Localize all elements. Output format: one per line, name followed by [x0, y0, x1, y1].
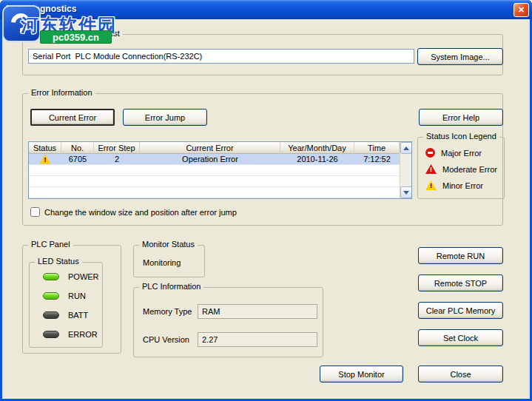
batt-led-icon — [43, 311, 59, 319]
power-led-icon — [43, 273, 59, 280]
row-no-cell: 6705 — [61, 154, 94, 164]
table-row-empty — [29, 176, 400, 187]
legend-major-label: Major Error — [441, 149, 482, 158]
resize-checkbox-row[interactable]: Change the window size and position afte… — [30, 207, 237, 217]
header-current-error[interactable]: Current Error — [140, 142, 280, 154]
led-row-power: POWER — [43, 272, 99, 281]
error-table: Status No. Error Step Current Error Year… — [28, 141, 412, 199]
plc-panel-group: PLC Panel LED Status POWER RUN BATT ERRO… — [22, 245, 121, 354]
row-status-cell — [29, 154, 61, 164]
monitor-status-group: Monitor Status Monitoring — [133, 245, 205, 277]
system-image-button[interactable]: System Image... — [417, 48, 503, 65]
table-row-empty — [29, 198, 400, 199]
led-status-group-label: LED Status — [35, 257, 82, 266]
connection-channel-group: Connection Channel List Serial Port PLC … — [22, 34, 503, 75]
table-scrollbar[interactable] — [400, 142, 411, 198]
monitor-status-value: Monitoring — [143, 258, 181, 267]
stop-monitor-button[interactable]: Stop Monitor — [320, 365, 403, 383]
error-information-group-label: Error Information — [28, 88, 95, 97]
header-no[interactable]: No. — [61, 142, 94, 154]
table-row-empty — [29, 187, 400, 198]
batt-led-label: BATT — [68, 311, 88, 320]
plc-information-group: PLC Information Memory Type RAM CPU Vers… — [133, 287, 323, 357]
header-date[interactable]: Year/Month/Day — [280, 142, 354, 154]
run-led-label: RUN — [68, 292, 86, 300]
header-error-step[interactable]: Error Step — [94, 142, 140, 154]
plc-diagnostics-window: PLC Diagnostics ✕ Connection Channel Lis… — [0, 0, 532, 401]
remote-stop-button[interactable]: Remote STOP — [418, 274, 503, 292]
minor-warning-icon — [40, 155, 51, 164]
row-current-error-cell: Operation Error — [140, 154, 280, 164]
monitor-status-group-label: Monitor Status — [139, 240, 198, 249]
memory-type-label: Memory Type — [143, 307, 192, 316]
remote-run-button[interactable]: Remote RUN — [418, 247, 503, 264]
legend-item-minor: Minor Error — [425, 181, 483, 190]
table-row[interactable]: 6705 2 Operation Error 2010-11-26 7:12:5… — [29, 154, 400, 165]
connection-channel-field[interactable]: Serial Port PLC Module Connection(RS-232… — [28, 49, 414, 64]
header-status[interactable]: Status — [29, 142, 61, 154]
legend-minor-label: Minor Error — [442, 181, 483, 190]
memory-type-value: RAM — [198, 304, 317, 319]
row-time-cell: 7:12:52 — [354, 154, 400, 164]
legend-item-major: Major Error — [425, 148, 482, 158]
cpu-version-label: CPU Version — [143, 335, 189, 344]
row-error-step-cell: 2 — [94, 154, 140, 164]
minor-error-icon — [425, 181, 437, 190]
error-led-label: ERROR — [68, 330, 98, 339]
status-icon-legend-label: Status Icon Legend — [423, 132, 499, 141]
row-date-cell: 2010-11-26 — [280, 154, 354, 164]
table-row-empty — [29, 165, 400, 176]
arrow-up-icon — [403, 146, 409, 150]
arrow-down-icon — [403, 191, 409, 195]
power-led-label: POWER — [68, 272, 99, 281]
close-dialog-button[interactable]: Close — [418, 365, 503, 383]
header-time[interactable]: Time — [354, 142, 400, 154]
resize-checkbox-label: Change the window size and position afte… — [44, 208, 237, 217]
legend-item-moderate: Moderate Error — [425, 164, 497, 174]
close-button[interactable]: ✕ — [514, 3, 529, 17]
status-icon-legend-group: Status Icon Legend Major Error Moderate … — [417, 137, 505, 199]
clear-plc-memory-button[interactable]: Clear PLC Memory — [418, 302, 503, 319]
led-status-group: LED Status POWER RUN BATT ERROR — [29, 262, 103, 348]
window-title: PLC Diagnostics — [6, 0, 76, 18]
plc-panel-group-label: PLC Panel — [28, 240, 73, 249]
plc-information-group-label: PLC Information — [139, 282, 203, 291]
titlebar[interactable]: PLC Diagnostics ✕ — [0, 0, 532, 19]
error-jump-button[interactable]: Error Jump — [123, 109, 207, 126]
legend-moderate-label: Moderate Error — [442, 165, 497, 174]
current-error-button[interactable]: Current Error — [30, 109, 115, 126]
connection-channel-group-label: Connection Channel List — [28, 29, 123, 38]
resize-checkbox[interactable] — [30, 207, 40, 217]
error-led-icon — [43, 331, 59, 338]
scroll-down-button[interactable] — [400, 186, 412, 198]
close-icon: ✕ — [518, 6, 525, 14]
run-led-icon — [43, 292, 59, 300]
error-help-button[interactable]: Error Help — [419, 109, 503, 126]
scroll-up-button[interactable] — [400, 142, 412, 154]
error-table-header: Status No. Error Step Current Error Year… — [29, 142, 400, 154]
error-information-group: Error Information Current Error Error Ju… — [22, 93, 503, 226]
moderate-error-icon — [425, 164, 437, 174]
led-row-error: ERROR — [43, 330, 98, 339]
major-error-icon — [425, 148, 435, 158]
set-clock-button[interactable]: Set Clock — [418, 329, 503, 346]
cpu-version-value: 2.27 — [198, 332, 317, 347]
led-row-run: RUN — [43, 292, 86, 300]
led-row-batt: BATT — [43, 311, 88, 320]
